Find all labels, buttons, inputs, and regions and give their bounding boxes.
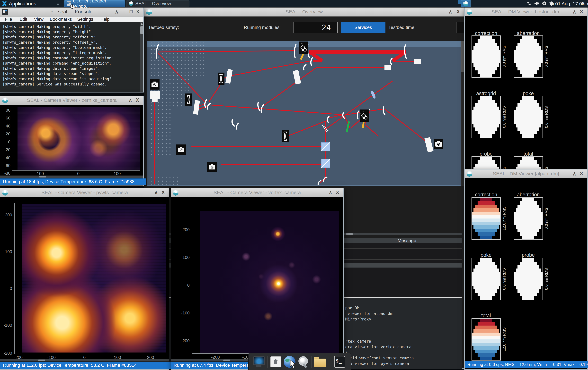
- optic-element[interactable]: [150, 91, 160, 99]
- minimize-button[interactable]: ∧: [129, 97, 132, 103]
- y-axis-tick: -100: [1, 323, 12, 328]
- panel-clock[interactable]: Fri 01 Aug, 17:08: [548, 1, 585, 7]
- maximize-button[interactable]: □: [130, 9, 133, 14]
- dm-plot-label: total: [481, 313, 491, 319]
- pywfs-titlebar[interactable]: SEAL - Camera Viewer - pywfs_camera ∧ X: [0, 188, 169, 197]
- close-button[interactable]: X: [136, 9, 139, 14]
- splitter-handle[interactable]: [223, 360, 230, 361]
- dm-plot-poke[interactable]: [472, 258, 501, 300]
- konsole-titlebar[interactable]: ~ : seal — Konsole ∧ – □ X: [0, 8, 143, 17]
- dm-plot-astrogrid[interactable]: [472, 96, 501, 138]
- dm-plot-aberration[interactable]: [514, 197, 543, 240]
- minimize-button[interactable]: ∧: [154, 190, 158, 195]
- minimize-button[interactable]: ∧: [329, 190, 332, 195]
- menu-item-help[interactable]: Help: [100, 17, 110, 22]
- volume-icon[interactable]: [534, 1, 539, 6]
- zernike-titlebar[interactable]: SEAL - Camera Viewer - zernike_camera ∧ …: [0, 96, 143, 105]
- zernike-splitter[interactable]: [0, 176, 143, 178]
- dm-plot-poke[interactable]: [514, 96, 543, 138]
- notification-badge: 3: [70, 4, 74, 9]
- menu-item-bookmarks[interactable]: Bookmarks: [50, 17, 72, 22]
- window-title: ~ : seal — Konsole: [0, 9, 143, 15]
- y-axis-tick: 200: [1, 212, 12, 218]
- search-magnifier-icon[interactable]: [297, 356, 309, 368]
- y-axis-tick: -200: [179, 338, 190, 343]
- scroll-up-icon[interactable]: [141, 23, 143, 25]
- close-button[interactable]: X: [580, 171, 583, 176]
- dm-plot-probe[interactable]: [472, 156, 501, 169]
- light-source-icon[interactable]: [360, 110, 369, 122]
- services-button[interactable]: Services: [341, 22, 386, 33]
- tray-highlight-notch: [458, 0, 461, 4]
- power-icon[interactable]: [542, 1, 547, 6]
- pywfs-plot[interactable]: 2001000-100-200-200-1000100200: [0, 197, 169, 359]
- optical-bench-diagram[interactable]: [147, 41, 462, 186]
- alpao-dm-plots[interactable]: correction12.6 nm RMSaberration0.0 nm RM…: [465, 178, 587, 361]
- dm-plot-total[interactable]: [472, 318, 501, 360]
- dm-rms-label: 0.0 nm RMS: [544, 258, 549, 300]
- applications-menu[interactable]: Applications: [9, 1, 36, 7]
- dm-rms-label: 0.0 nm RMS: [544, 96, 549, 138]
- dm-plot-correction[interactable]: [472, 35, 501, 78]
- taskbar-item-qt-client[interactable]: 3 Qt Client Leader Windo...: [64, 0, 125, 7]
- menu-item-file[interactable]: File: [5, 17, 12, 22]
- taskbar-item-label: Qt Client Leader Windo...: [73, 0, 123, 9]
- close-button[interactable]: X: [136, 97, 139, 103]
- display-icon[interactable]: [253, 356, 265, 368]
- pywfs-splitter[interactable]: [0, 359, 169, 361]
- y-axis-tick: -60: [2, 163, 10, 168]
- terminal-output[interactable]: [shwfs_camera] Making property "width". …: [0, 22, 143, 92]
- minimize-button[interactable]: –: [123, 9, 125, 14]
- qt-client-window-icon: 3: [67, 1, 71, 6]
- minimize-button[interactable]: ∧: [573, 9, 576, 15]
- close-button[interactable]: X: [161, 190, 165, 195]
- vortex-plot[interactable]: 2001000-100-200-200-1000100200: [171, 197, 343, 359]
- optic-element[interactable]: [385, 65, 391, 70]
- tray-seal-icon[interactable]: [461, 0, 471, 7]
- zernike-plot[interactable]: 806040200-20-40-60-80-1000100: [0, 105, 143, 176]
- home-folder-icon[interactable]: [270, 356, 282, 368]
- light-source-icon[interactable]: [299, 41, 308, 54]
- close-button[interactable]: X: [336, 190, 339, 195]
- splitter-handle[interactable]: [39, 176, 46, 178]
- network-arrows-icon[interactable]: [526, 1, 531, 6]
- scrollbar-thumb[interactable]: [461, 41, 464, 72]
- overview-titlebar[interactable]: SEAL - Overview ∧ X: [144, 8, 464, 17]
- menu-item-edit[interactable]: Edit: [20, 17, 27, 22]
- panel-hamburger-icon[interactable]: ≡: [57, 2, 59, 6]
- splitter-handle[interactable]: [346, 233, 353, 235]
- menu-item-settings[interactable]: Settings: [77, 17, 93, 22]
- alpao-titlebar[interactable]: SEAL - DM Viewer [alpao_dm] ∧ X: [465, 170, 587, 179]
- dm-plot-correction[interactable]: [472, 197, 501, 240]
- y-axis-tick: 0: [2, 140, 10, 144]
- applications-menu-icon[interactable]: [2, 1, 7, 6]
- window-konsole: ~ : seal — Konsole ∧ – □ X FileEditViewB…: [0, 7, 144, 92]
- close-button[interactable]: X: [580, 9, 583, 14]
- dm-rms-label: 0.0 nm RMS: [544, 35, 549, 78]
- zernike-status-bar: Running at 18.4 fps; Device Temperature:…: [0, 179, 146, 185]
- y-axis-tick: -20: [2, 147, 10, 152]
- y-axis-tick: 20: [2, 131, 10, 136]
- overview-scrollbar[interactable]: [461, 41, 464, 186]
- keep-above-button[interactable]: ∧: [115, 9, 118, 15]
- optic-element[interactable]: [414, 59, 421, 64]
- terminal-scrollbar[interactable]: [140, 22, 143, 92]
- scrollbar-thumb[interactable]: [140, 26, 143, 34]
- dm-plot-probe[interactable]: [514, 258, 543, 300]
- minimize-button[interactable]: ∧: [573, 171, 576, 177]
- vortex-titlebar[interactable]: SEAL - Camera Viewer - vortex_camera ∧ X: [171, 188, 343, 197]
- minimize-button[interactable]: ∧: [449, 9, 452, 15]
- y-axis-tick: -80: [2, 171, 10, 176]
- taskbar-item-seal-overview[interactable]: SEAL – Overview: [126, 0, 189, 7]
- dm-plot-aberration[interactable]: [514, 35, 543, 78]
- terminal-icon[interactable]: $_: [334, 356, 345, 368]
- optic-element[interactable]: [152, 99, 158, 102]
- window-title: SEAL - DM Viewer [boston_dm]: [465, 9, 587, 15]
- dm-plot-total[interactable]: [514, 156, 543, 169]
- close-button[interactable]: X: [456, 9, 460, 14]
- folder-icon[interactable]: [314, 356, 326, 368]
- boston-dm-plots[interactable]: correction0.0 nm RMSaberration0.0 nm RMS…: [465, 16, 587, 169]
- splitter-handle[interactable]: [38, 360, 45, 361]
- menu-item-view[interactable]: View: [34, 17, 43, 22]
- boston-titlebar[interactable]: SEAL - DM Viewer [boston_dm] ∧ X: [465, 8, 587, 17]
